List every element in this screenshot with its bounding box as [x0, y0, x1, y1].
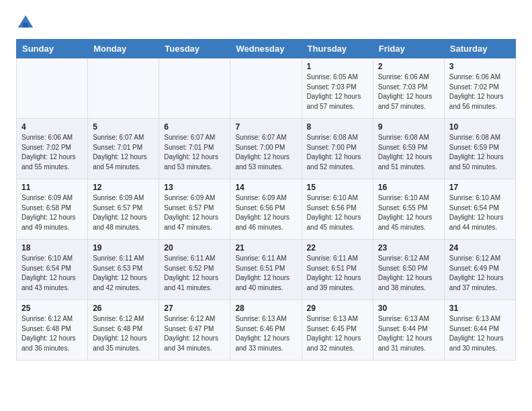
calendar-cell: 2Sunrise: 6:06 AMSunset: 7:03 PMDaylight…	[373, 58, 444, 119]
day-number: 13	[164, 183, 225, 192]
calendar-week-row: 4Sunrise: 6:06 AMSunset: 7:02 PMDaylight…	[17, 119, 516, 179]
calendar-cell: 13Sunrise: 6:09 AMSunset: 6:57 PMDayligh…	[159, 179, 230, 240]
calendar-cell	[159, 58, 230, 119]
calendar-week-row: 18Sunrise: 6:10 AMSunset: 6:54 PMDayligh…	[17, 240, 516, 300]
weekday-header-wednesday: Wednesday	[230, 40, 302, 58]
calendar-cell: 17Sunrise: 6:10 AMSunset: 6:54 PMDayligh…	[444, 179, 515, 240]
day-info: Sunrise: 6:09 AMSunset: 6:57 PMDaylight:…	[93, 193, 154, 232]
day-info: Sunrise: 6:09 AMSunset: 6:57 PMDaylight:…	[164, 193, 225, 232]
calendar-cell: 16Sunrise: 6:10 AMSunset: 6:55 PMDayligh…	[373, 179, 444, 240]
day-info: Sunrise: 6:09 AMSunset: 6:56 PMDaylight:…	[235, 193, 296, 232]
day-number: 8	[307, 122, 368, 132]
day-number: 1	[307, 62, 368, 71]
day-number: 2	[378, 62, 439, 71]
day-number: 22	[307, 243, 368, 253]
day-info: Sunrise: 6:05 AMSunset: 7:03 PMDaylight:…	[307, 73, 368, 111]
weekday-header-monday: Monday	[88, 40, 159, 58]
day-info: Sunrise: 6:10 AMSunset: 6:54 PMDaylight:…	[21, 254, 83, 293]
day-info: Sunrise: 6:12 AMSunset: 6:48 PMDaylight:…	[21, 314, 83, 353]
weekday-header-sunday: Sunday	[17, 40, 88, 58]
day-info: Sunrise: 6:11 AMSunset: 6:51 PMDaylight:…	[235, 254, 296, 293]
day-number: 9	[378, 122, 439, 132]
day-number: 27	[164, 304, 225, 313]
day-number: 25	[21, 304, 83, 313]
day-number: 15	[307, 183, 368, 192]
header	[16, 13, 516, 32]
calendar-cell: 14Sunrise: 6:09 AMSunset: 6:56 PMDayligh…	[230, 179, 302, 240]
day-info: Sunrise: 6:10 AMSunset: 6:56 PMDaylight:…	[307, 193, 368, 232]
day-info: Sunrise: 6:11 AMSunset: 6:53 PMDaylight:…	[93, 254, 154, 293]
calendar-week-row: 25Sunrise: 6:12 AMSunset: 6:48 PMDayligh…	[17, 300, 516, 361]
calendar-cell: 9Sunrise: 6:08 AMSunset: 6:59 PMDaylight…	[373, 119, 444, 179]
calendar-cell: 22Sunrise: 6:11 AMSunset: 6:51 PMDayligh…	[302, 240, 373, 300]
day-number: 4	[21, 122, 83, 132]
day-info: Sunrise: 6:13 AMSunset: 6:45 PMDaylight:…	[307, 314, 368, 353]
calendar-cell: 1Sunrise: 6:05 AMSunset: 7:03 PMDaylight…	[302, 58, 373, 119]
day-number: 28	[235, 304, 296, 313]
day-number: 5	[93, 122, 154, 132]
day-number: 21	[235, 243, 296, 253]
calendar-cell: 15Sunrise: 6:10 AMSunset: 6:56 PMDayligh…	[302, 179, 373, 240]
calendar-cell: 20Sunrise: 6:11 AMSunset: 6:52 PMDayligh…	[159, 240, 230, 300]
calendar-cell: 8Sunrise: 6:08 AMSunset: 7:00 PMDaylight…	[302, 119, 373, 179]
calendar-cell: 28Sunrise: 6:13 AMSunset: 6:46 PMDayligh…	[230, 300, 302, 361]
day-number: 6	[164, 122, 225, 132]
calendar-cell: 10Sunrise: 6:08 AMSunset: 6:59 PMDayligh…	[444, 119, 515, 179]
day-number: 7	[235, 122, 296, 132]
calendar-cell	[230, 58, 302, 119]
page: SundayMondayTuesdayWednesdayThursdayFrid…	[0, 0, 532, 371]
calendar-cell	[17, 58, 88, 119]
calendar-cell: 24Sunrise: 6:12 AMSunset: 6:49 PMDayligh…	[444, 240, 515, 300]
day-number: 16	[378, 183, 439, 192]
calendar-cell: 4Sunrise: 6:06 AMSunset: 7:02 PMDaylight…	[17, 119, 88, 179]
calendar-cell: 19Sunrise: 6:11 AMSunset: 6:53 PMDayligh…	[88, 240, 159, 300]
calendar-cell: 7Sunrise: 6:07 AMSunset: 7:00 PMDaylight…	[230, 119, 302, 179]
day-info: Sunrise: 6:06 AMSunset: 7:02 PMDaylight:…	[449, 73, 511, 111]
day-number: 20	[164, 243, 225, 253]
calendar-cell: 6Sunrise: 6:07 AMSunset: 7:01 PMDaylight…	[159, 119, 230, 179]
day-number: 26	[93, 304, 154, 313]
calendar-cell: 21Sunrise: 6:11 AMSunset: 6:51 PMDayligh…	[230, 240, 302, 300]
day-info: Sunrise: 6:08 AMSunset: 7:00 PMDaylight:…	[307, 133, 368, 172]
day-info: Sunrise: 6:13 AMSunset: 6:44 PMDaylight:…	[449, 314, 511, 353]
calendar-cell: 27Sunrise: 6:12 AMSunset: 6:47 PMDayligh…	[159, 300, 230, 361]
day-number: 24	[449, 243, 511, 253]
calendar-cell: 30Sunrise: 6:13 AMSunset: 6:44 PMDayligh…	[373, 300, 444, 361]
day-info: Sunrise: 6:07 AMSunset: 7:01 PMDaylight:…	[164, 133, 225, 172]
calendar-cell: 26Sunrise: 6:12 AMSunset: 6:48 PMDayligh…	[88, 300, 159, 361]
calendar-week-row: 11Sunrise: 6:09 AMSunset: 6:58 PMDayligh…	[17, 179, 516, 240]
day-number: 10	[449, 122, 511, 132]
day-number: 18	[21, 243, 83, 253]
day-info: Sunrise: 6:12 AMSunset: 6:47 PMDaylight:…	[164, 314, 225, 353]
day-info: Sunrise: 6:10 AMSunset: 6:55 PMDaylight:…	[378, 193, 439, 232]
day-info: Sunrise: 6:06 AMSunset: 7:03 PMDaylight:…	[378, 73, 439, 111]
calendar-cell: 3Sunrise: 6:06 AMSunset: 7:02 PMDaylight…	[444, 58, 515, 119]
calendar-cell	[88, 58, 159, 119]
day-info: Sunrise: 6:06 AMSunset: 7:02 PMDaylight:…	[21, 133, 83, 172]
calendar-cell: 5Sunrise: 6:07 AMSunset: 7:01 PMDaylight…	[88, 119, 159, 179]
weekday-header-tuesday: Tuesday	[159, 40, 230, 58]
day-info: Sunrise: 6:13 AMSunset: 6:46 PMDaylight:…	[235, 314, 296, 353]
day-info: Sunrise: 6:10 AMSunset: 6:54 PMDaylight:…	[449, 193, 511, 232]
calendar-cell: 29Sunrise: 6:13 AMSunset: 6:45 PMDayligh…	[302, 300, 373, 361]
calendar-cell: 12Sunrise: 6:09 AMSunset: 6:57 PMDayligh…	[88, 179, 159, 240]
day-number: 14	[235, 183, 296, 192]
calendar-cell: 25Sunrise: 6:12 AMSunset: 6:48 PMDayligh…	[17, 300, 88, 361]
day-number: 17	[449, 183, 511, 192]
calendar-cell: 11Sunrise: 6:09 AMSunset: 6:58 PMDayligh…	[17, 179, 88, 240]
weekday-header-thursday: Thursday	[302, 40, 373, 58]
day-number: 12	[93, 183, 154, 192]
weekday-header-friday: Friday	[373, 40, 444, 58]
calendar-cell: 31Sunrise: 6:13 AMSunset: 6:44 PMDayligh…	[444, 300, 515, 361]
calendar-table: SundayMondayTuesdayWednesdayThursdayFrid…	[16, 39, 516, 361]
day-info: Sunrise: 6:08 AMSunset: 6:59 PMDaylight:…	[449, 133, 511, 172]
day-info: Sunrise: 6:12 AMSunset: 6:48 PMDaylight:…	[93, 314, 154, 353]
day-number: 30	[378, 304, 439, 313]
day-info: Sunrise: 6:09 AMSunset: 6:58 PMDaylight:…	[21, 193, 83, 232]
day-info: Sunrise: 6:13 AMSunset: 6:44 PMDaylight:…	[378, 314, 439, 353]
day-number: 29	[307, 304, 368, 313]
day-number: 3	[449, 62, 511, 71]
weekday-header-saturday: Saturday	[444, 40, 515, 58]
svg-rect-1	[23, 23, 28, 28]
day-number: 11	[21, 183, 83, 192]
